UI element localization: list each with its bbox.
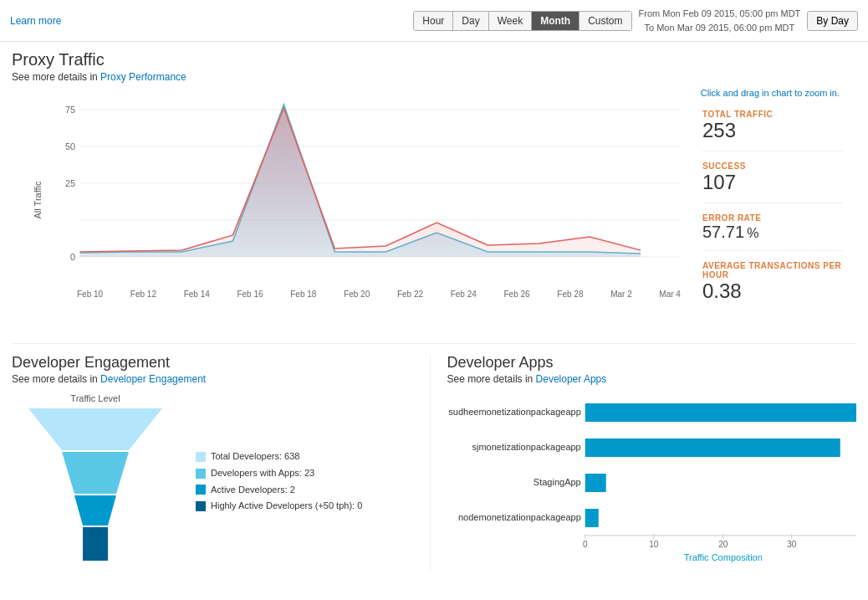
bar-chart-svg: sudheemonetizationpackageapp sjmonetizat… <box>447 393 857 569</box>
bar-chart-container: sudheemonetizationpackageapp sjmonetizat… <box>447 393 857 572</box>
proxy-traffic-subtitle: See more details in Proxy Performance <box>12 71 856 83</box>
time-btn-group: Hour Day Week Month Custom <box>413 11 631 31</box>
error-rate-value: 57.71 <box>702 223 744 241</box>
legend-label-0: Total Developers: 638 <box>211 449 299 465</box>
x-label-6: Feb 22 <box>397 290 423 299</box>
funnel-chart: Traffic Level <box>12 393 179 570</box>
dev-apps-title: Developer Apps <box>447 354 857 372</box>
dev-engagement-title: Developer Engagement <box>12 354 421 372</box>
legend-label-1: Developers with Apps: 23 <box>211 465 314 482</box>
svg-rect-18 <box>585 438 840 457</box>
day-button[interactable]: Day <box>453 12 488 30</box>
traffic-chart-svg[interactable]: 75 50 25 0 <box>43 101 681 285</box>
error-rate-label: ERROR RATE <box>702 213 843 223</box>
funnel-container: Traffic Level Total <box>12 393 421 570</box>
success-value: 107 <box>702 171 843 194</box>
avg-tph-value: 0.38 <box>702 279 843 303</box>
dev-engagement-subtitle: See more details in Developer Engagement <box>12 373 421 385</box>
legend-item-2: Active Developers: 2 <box>196 482 362 499</box>
svg-marker-10 <box>80 108 641 257</box>
funnel-svg <box>20 408 171 567</box>
legend-label-3: Highly Active Developers (+50 tph): 0 <box>211 498 362 515</box>
dev-apps-link[interactable]: Developer Apps <box>536 373 607 385</box>
svg-text:0: 0 <box>70 253 75 262</box>
svg-text:30: 30 <box>787 540 797 549</box>
chart-hint: Click and drag in chart to zoom in. <box>12 88 856 98</box>
svg-rect-14 <box>83 527 108 561</box>
error-rate-unit: % <box>747 226 758 240</box>
x-label-7: Feb 24 <box>451 290 477 299</box>
svg-text:0: 0 <box>582 540 587 549</box>
traffic-section: All Traffic 75 50 25 0 <box>12 101 856 330</box>
svg-text:20: 20 <box>718 540 728 549</box>
funnel-title: Traffic Level <box>12 393 179 403</box>
month-button[interactable]: Month <box>532 12 580 30</box>
legend-dot-3 <box>196 501 206 511</box>
x-label-11: Mar 4 <box>659 290 681 299</box>
x-label-8: Feb 26 <box>504 290 530 299</box>
svg-text:StagingApp: StagingApp <box>533 477 580 487</box>
dev-engagement-link[interactable]: Developer Engagement <box>100 373 206 385</box>
week-button[interactable]: Week <box>489 12 532 30</box>
developer-apps-section: Developer Apps See more details in Devel… <box>431 354 857 572</box>
proxy-traffic-title: Proxy Traffic <box>12 50 856 69</box>
x-label-3: Feb 16 <box>237 290 263 299</box>
x-label-10: Mar 2 <box>610 290 632 299</box>
learn-more-link[interactable]: Learn more <box>10 15 61 27</box>
svg-rect-16 <box>585 403 856 422</box>
hour-button[interactable]: Hour <box>414 12 453 30</box>
svg-rect-22 <box>585 509 598 527</box>
error-rate-stat: ERROR RATE 57.71 % <box>702 213 843 251</box>
x-axis-labels: Feb 10 Feb 12 Feb 14 Feb 16 Feb 18 Feb 2… <box>77 290 681 299</box>
avg-tph-stat: AVERAGE TRANSACTIONS PER HOUR 0.38 <box>702 261 843 311</box>
svg-text:50: 50 <box>65 142 75 151</box>
x-label-0: Feb 10 <box>77 290 103 299</box>
x-label-4: Feb 18 <box>290 290 316 299</box>
svg-rect-20 <box>585 474 605 492</box>
svg-text:10: 10 <box>649 540 659 549</box>
main-content: Proxy Traffic See more details in Proxy … <box>0 42 868 580</box>
success-label: SUCCESS <box>702 162 843 171</box>
top-bar: Learn more Hour Day Week Month Custom Fr… <box>0 0 868 42</box>
legend-item-3: Highly Active Developers (+50 tph): 0 <box>196 498 362 515</box>
legend-dot-2 <box>196 485 206 495</box>
avg-tph-label: AVERAGE TRANSACTIONS PER HOUR <box>702 261 843 279</box>
by-day-button[interactable]: By Day <box>807 11 858 31</box>
x-label-1: Feb 12 <box>130 290 156 299</box>
bottom-sections: Developer Engagement See more details in… <box>12 343 856 572</box>
x-label-2: Feb 14 <box>184 290 210 299</box>
custom-button[interactable]: Custom <box>580 12 631 30</box>
traffic-chart-container: All Traffic 75 50 25 0 <box>12 101 689 319</box>
x-label-9: Feb 28 <box>557 290 583 299</box>
legend-label-2: Active Developers: 2 <box>211 482 295 499</box>
legend-item-0: Total Developers: 638 <box>196 449 362 465</box>
time-controls: Hour Day Week Month Custom From Mon Feb … <box>413 7 858 34</box>
funnel-legend: Total Developers: 638 Developers with Ap… <box>196 449 362 515</box>
y-axis-label: All Traffic <box>33 181 43 218</box>
svg-marker-13 <box>74 495 116 526</box>
legend-dot-1 <box>196 469 206 479</box>
svg-text:75: 75 <box>65 105 75 115</box>
svg-marker-9 <box>80 105 641 257</box>
svg-text:25: 25 <box>65 179 75 188</box>
total-traffic-stat: TOTAL TRAFFIC 253 <box>702 110 843 151</box>
total-traffic-value: 253 <box>702 119 843 142</box>
svg-text:sudheemonetizationpackageapp: sudheemonetizationpackageapp <box>448 407 580 417</box>
total-traffic-label: TOTAL TRAFFIC <box>702 110 843 119</box>
success-stat: SUCCESS 107 <box>702 162 843 203</box>
error-rate-value-row: 57.71 % <box>702 223 843 242</box>
svg-text:sjmonetizationpackageapp: sjmonetizationpackageapp <box>472 442 580 452</box>
svg-marker-12 <box>62 452 129 494</box>
legend-dot-0 <box>196 452 206 462</box>
svg-text:Traffic Composition: Traffic Composition <box>683 552 762 562</box>
x-label-5: Feb 20 <box>344 290 370 299</box>
stats-panel: TOTAL TRAFFIC 253 SUCCESS 107 ERROR RATE… <box>689 101 856 330</box>
dev-apps-subtitle: See more details in Developer Apps <box>447 373 857 385</box>
date-range: From Mon Feb 09 2015, 05:00 pm MDT To Mo… <box>639 7 801 34</box>
developer-engagement-section: Developer Engagement See more details in… <box>12 354 431 572</box>
legend-item-1: Developers with Apps: 23 <box>196 465 362 482</box>
proxy-performance-link[interactable]: Proxy Performance <box>100 71 186 83</box>
svg-text:nodemonetizationpackageapp: nodemonetizationpackageapp <box>457 512 580 522</box>
svg-marker-11 <box>28 408 162 450</box>
